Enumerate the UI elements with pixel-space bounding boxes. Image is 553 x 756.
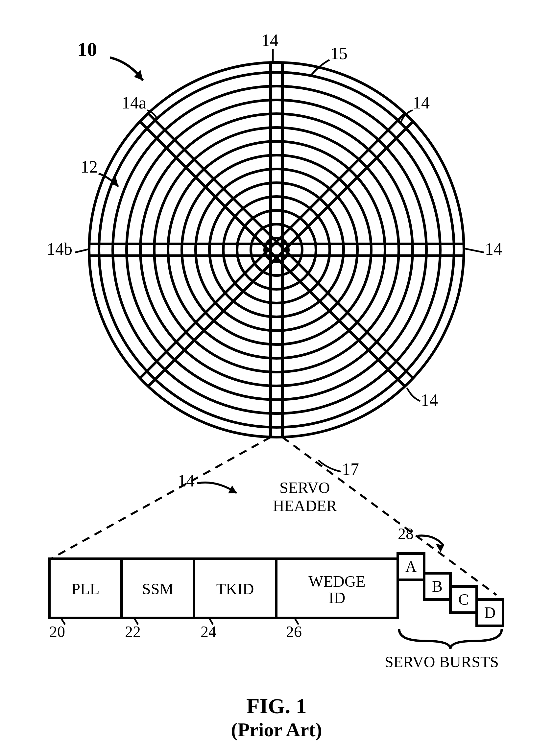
svg-point-6 [168, 141, 385, 358]
svg-point-11 [237, 211, 316, 289]
label-top-14: 14 [261, 31, 279, 50]
figure-caption: FIG. 1 (Prior Art) [231, 694, 322, 741]
svg-point-10 [223, 196, 330, 303]
svg-point-3 [127, 100, 426, 400]
ref-20: 20 [49, 623, 65, 640]
caption-line2: (Prior Art) [231, 719, 322, 741]
servo-header-label-line1: SERVO [280, 479, 330, 496]
ref-26: 26 [286, 623, 302, 640]
svg-point-5 [154, 128, 399, 372]
servo-bursts-label: SERVO BURSTS [385, 653, 499, 671]
ref-22: 22 [125, 623, 141, 640]
burst-d: D [484, 604, 496, 621]
burst-a: A [405, 558, 417, 575]
field-wedge1: WEDGE [308, 573, 365, 590]
ref-24: 24 [201, 623, 216, 640]
svg-line-26 [464, 249, 484, 252]
field-tkid: TKID [216, 580, 254, 598]
field-pll: PLL [71, 580, 99, 598]
svg-point-8 [195, 169, 358, 331]
burst-b: B [432, 578, 443, 595]
ref-28: 28 [398, 525, 414, 542]
servo-header-detail: PLL SSM TKID WEDGE ID A B C D 20 22 24 2… [49, 525, 503, 671]
caption-line1: FIG. 1 [246, 694, 306, 718]
figure-ref-10: 10 [77, 38, 97, 60]
label-14a: 14a [122, 93, 146, 112]
patent-figure: 10 14 15 14a 14 12 14b 14 14 14 17 [0, 0, 553, 756]
svg-point-0 [89, 63, 464, 437]
svg-line-25 [75, 249, 89, 252]
label-14b: 14b [47, 240, 72, 258]
label-15: 15 [330, 44, 347, 63]
track-circles [89, 63, 464, 437]
servo-header-label-line2: HEADER [273, 497, 337, 514]
label-r-14: 14 [485, 240, 502, 258]
field-wedge2: ID [329, 589, 345, 606]
svg-point-2 [113, 86, 440, 414]
servo-spokes [89, 63, 464, 437]
svg-line-28 [51, 437, 270, 559]
field-ssm: SSM [142, 580, 174, 598]
label-12: 12 [81, 157, 98, 176]
label-17: 17 [342, 460, 359, 479]
label-tr-14: 14 [413, 93, 430, 112]
burst-c: C [458, 591, 469, 608]
svg-point-1 [99, 72, 454, 427]
disk-diagram [89, 63, 464, 437]
label-br-14: 14 [421, 391, 438, 410]
svg-point-12 [251, 224, 302, 275]
svg-point-9 [210, 183, 343, 317]
